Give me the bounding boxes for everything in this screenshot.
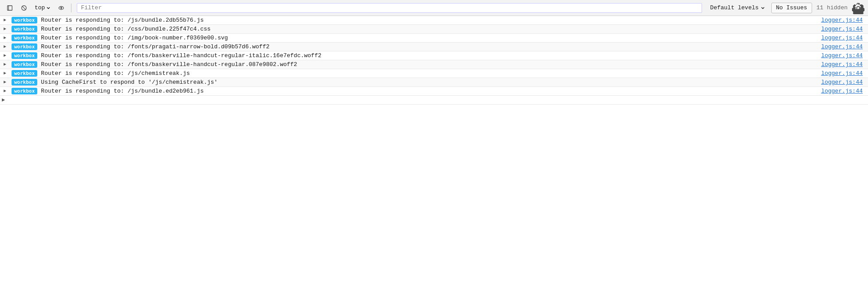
workbox-badge: workbox: [12, 70, 37, 77]
log-message: Router is responding to: /img/book-numbe…: [41, 35, 817, 41]
eye-icon: [58, 5, 64, 11]
log-row: ► workbox Router is responding to: /js/b…: [0, 16, 868, 25]
log-levels-label: Default levels: [710, 4, 758, 11]
log-source-link[interactable]: logger.js:44: [821, 70, 866, 77]
gear-icon: [852, 2, 864, 14]
sidebar-toggle-button[interactable]: [4, 3, 16, 13]
workbox-badge: workbox: [12, 17, 37, 23]
chevron-down-icon: [761, 6, 765, 10]
expand-arrow-icon[interactable]: ►: [2, 70, 8, 77]
log-row: ► workbox Router is responding to: /img/…: [0, 34, 868, 43]
log-row: ► workbox Router is responding to: /js/b…: [0, 87, 868, 96]
expand-arrow-icon[interactable]: ►: [2, 44, 8, 50]
expand-arrow-icon[interactable]: ►: [2, 79, 8, 86]
no-issues-button[interactable]: No Issues: [771, 3, 812, 13]
log-source-link[interactable]: logger.js:44: [821, 79, 866, 86]
log-message: Using CacheFirst to respond to '/js/chem…: [41, 79, 817, 86]
log-message: Router is responding to: /fonts/pragati-…: [41, 43, 817, 50]
expand-arrow-icon[interactable]: ►: [2, 26, 8, 32]
svg-line-3: [22, 6, 26, 10]
log-message: Router is responding to: /fonts/baskervi…: [41, 61, 817, 68]
log-row: ► workbox Router is responding to: /js/c…: [0, 69, 868, 78]
log-row: ► workbox Router is responding to: /font…: [0, 60, 868, 69]
expand-arrow-icon[interactable]: ►: [2, 62, 8, 68]
sidebar-icon: [7, 5, 13, 11]
expand-arrow-icon[interactable]: ►: [2, 88, 8, 94]
log-row: ► workbox Using CacheFirst to respond to…: [0, 78, 868, 87]
context-dropdown-button[interactable]: top: [32, 3, 53, 13]
workbox-badge: workbox: [12, 35, 37, 41]
clear-icon: [21, 5, 27, 11]
console-settings-button[interactable]: [852, 3, 864, 13]
workbox-badge: workbox: [12, 61, 37, 68]
log-source-link[interactable]: logger.js:44: [821, 43, 866, 50]
log-source-link[interactable]: logger.js:44: [821, 26, 866, 32]
log-message: Router is responding to: /fonts/baskervi…: [41, 52, 817, 59]
log-levels-dropdown-button[interactable]: Default levels: [706, 3, 769, 13]
prompt-arrow-icon: ►: [2, 97, 5, 103]
svg-point-5: [61, 7, 62, 8]
console-toolbar: top Default levels No Issues 11 hidden: [0, 0, 868, 16]
workbox-badge: workbox: [12, 43, 37, 50]
expand-arrow-icon[interactable]: ►: [2, 53, 8, 59]
expand-arrow-icon[interactable]: ►: [2, 17, 8, 23]
log-source-link[interactable]: logger.js:44: [821, 61, 866, 68]
expand-arrow-icon[interactable]: ►: [2, 35, 8, 41]
console-log-list: ► workbox Router is responding to: /js/b…: [0, 16, 868, 96]
workbox-badge: workbox: [12, 79, 37, 86]
workbox-badge: workbox: [12, 52, 37, 59]
hidden-count: 11 hidden: [817, 4, 848, 11]
log-message: Router is responding to: /css/bundle.225…: [41, 26, 817, 32]
log-row: ► workbox Router is responding to: /font…: [0, 43, 868, 51]
context-label: top: [35, 4, 45, 11]
log-source-link[interactable]: logger.js:44: [821, 88, 866, 94]
log-message: Router is responding to: /js/bundle.2db5…: [41, 17, 817, 23]
toolbar-divider: [71, 4, 71, 12]
log-row: ► workbox Router is responding to: /css/…: [0, 25, 868, 34]
console-prompt-row: ►: [0, 96, 868, 105]
chevron-down-icon: [46, 6, 51, 10]
log-source-link[interactable]: logger.js:44: [821, 52, 866, 59]
log-row: ► workbox Router is responding to: /font…: [0, 51, 868, 60]
log-source-link[interactable]: logger.js:44: [821, 17, 866, 23]
live-expressions-button[interactable]: [55, 3, 67, 13]
no-issues-label: No Issues: [776, 4, 807, 11]
workbox-badge: workbox: [12, 26, 37, 32]
clear-console-button[interactable]: [18, 3, 30, 13]
workbox-badge: workbox: [12, 88, 37, 94]
log-message: Router is responding to: /js/bundle.ed2e…: [41, 88, 817, 94]
log-source-link[interactable]: logger.js:44: [821, 35, 866, 41]
log-message: Router is responding to: /js/chemistreak…: [41, 70, 817, 77]
svg-rect-0: [8, 5, 12, 10]
filter-input[interactable]: [77, 3, 702, 13]
